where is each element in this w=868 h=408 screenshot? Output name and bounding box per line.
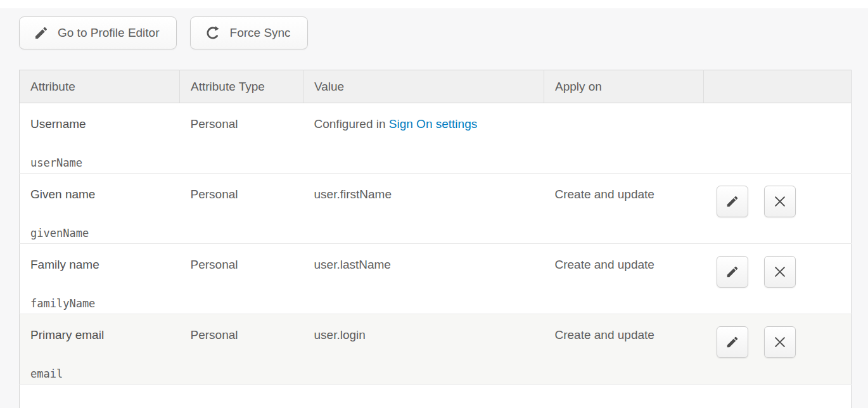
refresh-icon — [205, 25, 221, 41]
apply-on-cell: Create and update — [544, 314, 704, 385]
attribute-mapping-table: Attribute Attribute Type Value Apply on … — [19, 70, 852, 408]
top-strip — [0, 0, 868, 8]
value-cell: user.firstName — [303, 174, 544, 244]
sign-on-settings-link[interactable]: Sign On settings — [389, 117, 477, 131]
attribute-label: Primary email — [30, 328, 180, 342]
attribute-cell: Username userName — [20, 103, 180, 174]
delete-attribute-button[interactable] — [764, 326, 796, 358]
partial-row-cell — [20, 385, 852, 408]
attribute-variable: userName — [30, 156, 180, 169]
apply-on-cell — [544, 103, 704, 174]
delete-attribute-button[interactable] — [764, 256, 796, 288]
edit-attribute-button[interactable] — [717, 186, 748, 217]
attribute-cell: Given name givenName — [20, 174, 180, 244]
force-sync-button[interactable]: Force Sync — [190, 16, 308, 49]
delete-attribute-button[interactable] — [764, 186, 796, 217]
pencil-icon — [34, 25, 49, 41]
attribute-type-cell: Personal — [180, 103, 303, 174]
attribute-type-cell: Personal — [180, 244, 303, 314]
attribute-variable: givenName — [30, 227, 180, 239]
edit-attribute-button[interactable] — [717, 256, 748, 288]
table-row-family-name: Family name familyName Personal user.las… — [20, 244, 852, 314]
actions-cell — [704, 244, 852, 314]
attribute-cell: Family name familyName — [20, 244, 180, 314]
column-header-attribute-type: Attribute Type — [180, 70, 303, 103]
value-cell: user.lastName — [303, 244, 544, 314]
toolbar: Go to Profile Editor Force Sync — [19, 16, 308, 49]
value-cell: user.login — [303, 314, 544, 385]
actions-cell — [704, 174, 852, 244]
attribute-variable: familyName — [30, 297, 180, 310]
pencil-icon — [725, 265, 739, 279]
go-to-profile-editor-button[interactable]: Go to Profile Editor — [19, 16, 177, 49]
attribute-type-cell: Personal — [180, 174, 303, 244]
pencil-icon — [725, 194, 739, 208]
column-header-attribute: Attribute — [20, 70, 180, 103]
actions-cell — [704, 103, 852, 174]
table-row-partial — [20, 385, 852, 408]
column-header-apply-on: Apply on — [544, 70, 704, 103]
attribute-variable: email — [30, 367, 180, 380]
close-icon — [773, 265, 787, 279]
table-row-primary-email: Primary email email Personal user.login … — [20, 314, 852, 385]
attribute-label: Username — [30, 117, 180, 131]
attribute-type-cell: Personal — [180, 314, 303, 385]
close-icon — [773, 194, 787, 208]
attribute-label: Family name — [30, 258, 180, 272]
apply-on-cell: Create and update — [544, 174, 704, 244]
value-cell: Configured in Sign On settings — [303, 103, 544, 174]
table-row-given-name: Given name givenName Personal user.first… — [20, 174, 852, 244]
actions-cell — [704, 314, 852, 385]
apply-on-cell: Create and update — [544, 244, 704, 314]
table-header-row: Attribute Attribute Type Value Apply on — [20, 70, 852, 103]
force-sync-label: Force Sync — [230, 26, 291, 40]
go-to-profile-editor-label: Go to Profile Editor — [58, 26, 160, 40]
attribute-cell: Primary email email — [20, 314, 180, 385]
column-header-actions — [704, 70, 852, 103]
table-row-username: Username userName Personal Configured in… — [20, 103, 852, 174]
pencil-icon — [725, 335, 739, 349]
close-icon — [773, 335, 787, 349]
value-text: Configured in — [314, 117, 389, 131]
edit-attribute-button[interactable] — [717, 326, 748, 358]
column-header-value: Value — [303, 70, 544, 103]
attribute-label: Given name — [30, 188, 180, 201]
